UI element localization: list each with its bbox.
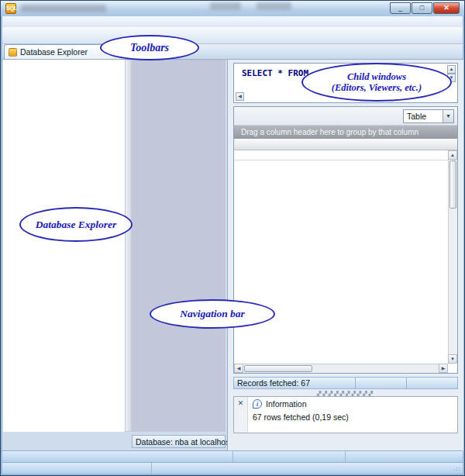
app-window: SQL _ □ ✕ Database Explorer Database: nb… xyxy=(0,0,465,476)
callout-database-explorer: Database Explorer xyxy=(19,207,133,242)
scroll-down-icon[interactable]: ▼ xyxy=(448,354,457,364)
blurred-title-text xyxy=(257,2,291,10)
splitter-handle[interactable]: ▞▞▞▞▞▞▞▞▞▞ xyxy=(233,391,458,396)
title-bar[interactable]: SQL _ □ ✕ xyxy=(1,1,464,16)
view-mode-value: Table xyxy=(407,112,426,121)
navbar-status: Database: nba at localhost xyxy=(132,435,226,448)
scrollbar-thumb[interactable] xyxy=(450,160,456,209)
scroll-left-icon[interactable]: ◀ xyxy=(234,364,243,373)
sql-statement: SELECT * FROM xyxy=(242,68,308,78)
information-title: Information xyxy=(266,399,307,409)
grid-header-row xyxy=(234,139,457,150)
callout-navigation-bar: Navigation bar xyxy=(150,299,275,329)
scrollbar-thumb[interactable] xyxy=(244,365,312,372)
editor-scroll-left-icon[interactable]: ◀ xyxy=(236,92,244,101)
callout-toolbars: Toolbars xyxy=(100,35,199,60)
database-explorer-icon xyxy=(9,48,17,57)
menu-bar xyxy=(2,16,463,27)
tree-scrollbar[interactable] xyxy=(125,60,132,432)
group-by-bar[interactable]: Drag a column header here to group by th… xyxy=(234,126,457,139)
scroll-up-icon[interactable]: ▲ xyxy=(448,150,457,160)
minimize-button[interactable]: _ xyxy=(390,2,411,14)
tab-label: Database Explorer xyxy=(20,47,88,57)
record-navigator: Table ▼ xyxy=(234,107,457,126)
grid-vertical-scrollbar[interactable]: ▲ ▼ xyxy=(448,150,457,364)
dock-filler xyxy=(3,432,132,450)
close-button[interactable]: ✕ xyxy=(433,2,460,14)
view-mode-dropdown[interactable]: Table ▼ xyxy=(403,109,454,123)
scroll-right-icon[interactable]: ▶ xyxy=(439,364,448,373)
information-text: 67 rows fetched (0,19 sec) xyxy=(248,409,457,425)
records-status-bar: Records fetched: 67 xyxy=(233,377,458,389)
close-icon[interactable]: ✕ xyxy=(234,397,248,433)
app-icon: SQL xyxy=(5,3,16,14)
resize-grip[interactable]: .:: xyxy=(453,465,461,472)
information-icon: i xyxy=(253,399,262,409)
blurred-title-text xyxy=(210,2,241,10)
toolbar xyxy=(2,27,463,44)
editor-scroll-up-icon[interactable]: ▲ xyxy=(447,65,456,74)
result-grid: Table ▼ Drag a column header here to gro… xyxy=(233,106,458,374)
tab-row: Database Explorer xyxy=(2,44,463,60)
status-bar: .:: xyxy=(2,450,463,474)
grid-horizontal-scrollbar[interactable]: ◀ ▶ xyxy=(234,364,448,373)
chevron-down-icon[interactable]: ▼ xyxy=(443,110,453,122)
blurred-title-text xyxy=(21,5,106,12)
sql-editor-window: SELECT * FROM ▲ ▼ ◀ Table ▼ Drag a colum… xyxy=(227,60,463,451)
records-fetched-label: Records fetched: 67 xyxy=(234,378,356,388)
navigation-bar xyxy=(132,60,226,432)
database-explorer-tree xyxy=(3,60,125,432)
information-panel: ✕ i Information 67 rows fetched (0,19 se… xyxy=(233,396,458,433)
maximize-button[interactable]: □ xyxy=(412,2,432,14)
callout-child-windows: Child windows (Editors, Viewers, etc.) xyxy=(301,63,452,102)
grid-filter-row[interactable] xyxy=(234,150,457,160)
